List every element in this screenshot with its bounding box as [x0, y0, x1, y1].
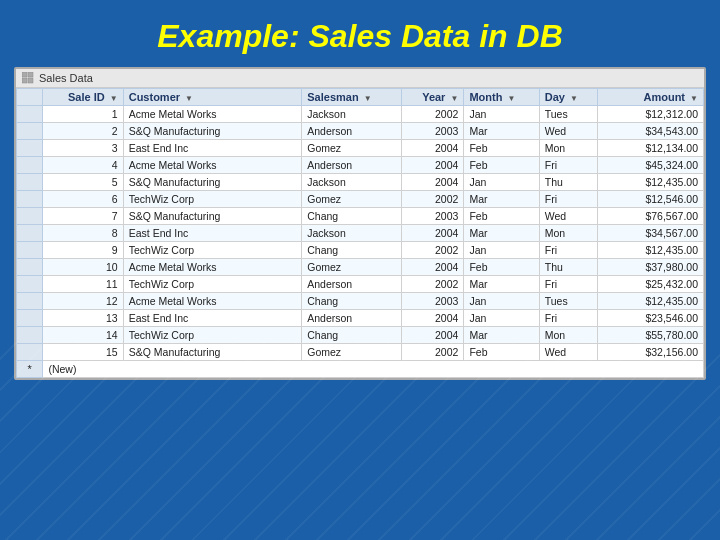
col-header-month[interactable]: Month ▼: [464, 89, 539, 106]
cell-month: Feb: [464, 208, 539, 225]
cell-month: Mar: [464, 225, 539, 242]
table-body: 1Acme Metal WorksJackson2002JanTues$12,3…: [17, 106, 704, 378]
table-row[interactable]: 13East End IncAnderson2004JanFri$23,546.…: [17, 310, 704, 327]
cell-amount: $12,435.00: [598, 242, 704, 259]
table-row[interactable]: 2S&Q ManufacturingAnderson2003MarWed$34,…: [17, 123, 704, 140]
cell-month: Mar: [464, 123, 539, 140]
new-row-selector: *: [17, 361, 43, 378]
sort-arrow-month: ▼: [507, 94, 515, 103]
cell-customer: Acme Metal Works: [123, 259, 302, 276]
cell-amount: $34,567.00: [598, 225, 704, 242]
table-row[interactable]: 12Acme Metal WorksChang2003JanTues$12,43…: [17, 293, 704, 310]
table-row[interactable]: 7S&Q ManufacturingChang2003FebWed$76,567…: [17, 208, 704, 225]
table-row[interactable]: 8East End IncJackson2004MarMon$34,567.00: [17, 225, 704, 242]
row-selector: [17, 208, 43, 225]
cell-amount: $12,435.00: [598, 293, 704, 310]
cell-customer: Acme Metal Works: [123, 106, 302, 123]
table-row[interactable]: 3East End IncGomez2004FebMon$12,134.00: [17, 140, 704, 157]
table-title-bar: Sales Data: [16, 69, 704, 88]
table-row[interactable]: 5S&Q ManufacturingJackson2004JanThu$12,4…: [17, 174, 704, 191]
cell-month: Jan: [464, 242, 539, 259]
cell-month: Jan: [464, 310, 539, 327]
table-container: Sales Data Sale ID ▼ Customer ▼ Salesman…: [14, 67, 706, 380]
col-header-year[interactable]: Year ▼: [401, 89, 463, 106]
cell-year: 2002: [401, 242, 463, 259]
table-row[interactable]: 10Acme Metal WorksGomez2004FebThu$37,980…: [17, 259, 704, 276]
cell-month: Mar: [464, 276, 539, 293]
cell-customer: S&Q Manufacturing: [123, 344, 302, 361]
sort-arrow-amount: ▼: [690, 94, 698, 103]
row-selector: [17, 310, 43, 327]
row-selector: [17, 225, 43, 242]
sort-arrow-year: ▼: [450, 94, 458, 103]
cell-salesman: Chang: [302, 293, 402, 310]
cell-year: 2004: [401, 157, 463, 174]
row-selector: [17, 157, 43, 174]
cell-salesman: Anderson: [302, 157, 402, 174]
cell-sale-id: 8: [43, 225, 123, 242]
cell-day: Mon: [539, 327, 597, 344]
table-header-row: Sale ID ▼ Customer ▼ Salesman ▼ Year ▼ M…: [17, 89, 704, 106]
cell-sale-id: 2: [43, 123, 123, 140]
grid-icon: [22, 72, 34, 84]
cell-salesman: Gomez: [302, 191, 402, 208]
col-header-amount[interactable]: Amount ▼: [598, 89, 704, 106]
row-selector-header: [17, 89, 43, 106]
cell-sale-id: 13: [43, 310, 123, 327]
cell-customer: TechWiz Corp: [123, 242, 302, 259]
cell-customer: TechWiz Corp: [123, 276, 302, 293]
table-row[interactable]: 15S&Q ManufacturingGomez2002FebWed$32,15…: [17, 344, 704, 361]
row-selector: [17, 191, 43, 208]
cell-day: Wed: [539, 344, 597, 361]
row-selector: [17, 123, 43, 140]
cell-sale-id: 5: [43, 174, 123, 191]
table-row[interactable]: 9TechWiz CorpChang2002JanFri$12,435.00: [17, 242, 704, 259]
cell-month: Mar: [464, 327, 539, 344]
sort-arrow-sale-id: ▼: [110, 94, 118, 103]
cell-sale-id: 7: [43, 208, 123, 225]
cell-year: 2003: [401, 123, 463, 140]
cell-month: Jan: [464, 106, 539, 123]
cell-month: Feb: [464, 259, 539, 276]
cell-year: 2003: [401, 293, 463, 310]
cell-salesman: Chang: [302, 242, 402, 259]
table-name-label: Sales Data: [39, 72, 93, 84]
col-header-sale-id[interactable]: Sale ID ▼: [43, 89, 123, 106]
cell-sale-id: 12: [43, 293, 123, 310]
cell-month: Feb: [464, 140, 539, 157]
table-row[interactable]: 6TechWiz CorpGomez2002MarFri$12,546.00: [17, 191, 704, 208]
cell-customer: East End Inc: [123, 310, 302, 327]
table-row[interactable]: 1Acme Metal WorksJackson2002JanTues$12,3…: [17, 106, 704, 123]
sort-arrow-day: ▼: [570, 94, 578, 103]
table-row[interactable]: 4Acme Metal WorksAnderson2004FebFri$45,3…: [17, 157, 704, 174]
cell-amount: $12,435.00: [598, 174, 704, 191]
cell-amount: $76,567.00: [598, 208, 704, 225]
cell-day: Fri: [539, 191, 597, 208]
cell-salesman: Gomez: [302, 259, 402, 276]
cell-year: 2004: [401, 225, 463, 242]
col-header-customer[interactable]: Customer ▼: [123, 89, 302, 106]
table-row[interactable]: 14TechWiz CorpChang2004MarMon$55,780.00: [17, 327, 704, 344]
page-title: Example: Sales Data in DB: [0, 0, 720, 67]
cell-year: 2003: [401, 208, 463, 225]
col-header-salesman[interactable]: Salesman ▼: [302, 89, 402, 106]
cell-sale-id: 3: [43, 140, 123, 157]
sort-arrow-salesman: ▼: [364, 94, 372, 103]
cell-amount: $12,546.00: [598, 191, 704, 208]
cell-sale-id: 15: [43, 344, 123, 361]
cell-salesman: Gomez: [302, 344, 402, 361]
col-header-day[interactable]: Day ▼: [539, 89, 597, 106]
table-row[interactable]: 11TechWiz CorpAnderson2002MarFri$25,432.…: [17, 276, 704, 293]
cell-year: 2002: [401, 344, 463, 361]
new-row[interactable]: *(New): [17, 361, 704, 378]
cell-month: Jan: [464, 293, 539, 310]
cell-amount: $32,156.00: [598, 344, 704, 361]
row-selector: [17, 174, 43, 191]
sort-arrow-customer: ▼: [185, 94, 193, 103]
cell-year: 2004: [401, 327, 463, 344]
sales-table: Sale ID ▼ Customer ▼ Salesman ▼ Year ▼ M…: [16, 88, 704, 378]
row-selector: [17, 293, 43, 310]
cell-salesman: Anderson: [302, 276, 402, 293]
cell-year: 2004: [401, 140, 463, 157]
cell-month: Jan: [464, 174, 539, 191]
